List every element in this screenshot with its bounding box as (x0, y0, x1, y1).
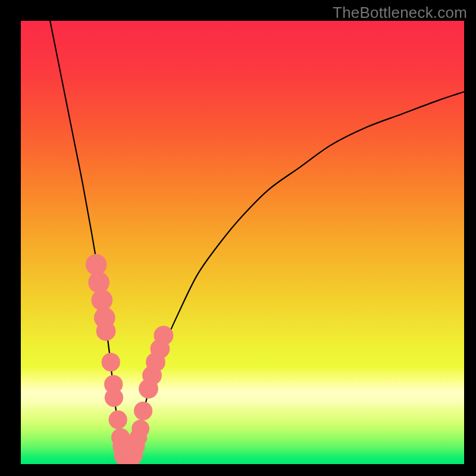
marker-point (88, 272, 109, 293)
watermark-text: TheBottleneck.com (333, 4, 467, 22)
marker-point (154, 326, 174, 346)
marker-point (131, 420, 149, 438)
gradient-background (21, 21, 464, 464)
marker-point (134, 402, 152, 420)
marker-point (102, 353, 120, 371)
marker-point (109, 411, 127, 429)
marker-point (96, 321, 116, 341)
plot-area (21, 21, 464, 464)
chart-frame: TheBottleneck.com (0, 0, 476, 476)
marker-point (105, 389, 123, 407)
plot-svg (21, 21, 464, 464)
